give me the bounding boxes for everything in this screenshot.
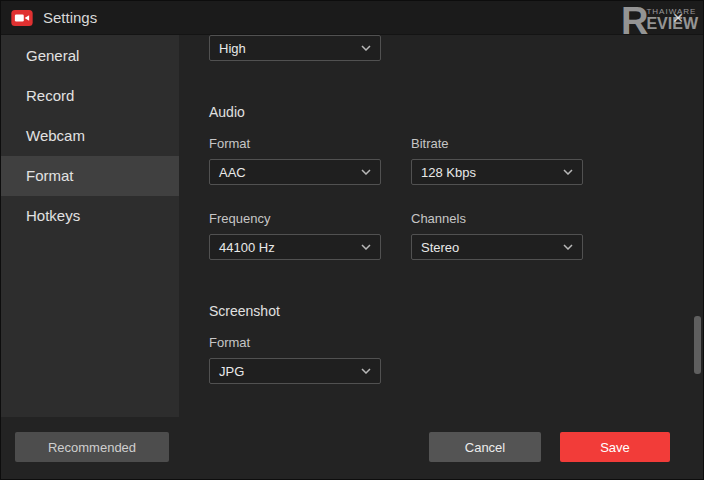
screenshot-format-dropdown[interactable]: JPG (209, 358, 381, 384)
audio-frequency-value: 44100 Hz (219, 240, 275, 255)
audio-section-title: Audio (209, 104, 245, 120)
chevron-down-icon (361, 169, 371, 175)
audio-channels-dropdown[interactable]: Stereo (411, 234, 583, 260)
chevron-down-icon (563, 244, 573, 250)
titlebar: Settings ✕ (1, 1, 703, 35)
cancel-button[interactable]: Cancel (429, 432, 541, 462)
quality-dropdown[interactable]: High (209, 35, 381, 61)
audio-bitrate-dropdown[interactable]: 128 Kbps (411, 159, 583, 185)
sidebar-item-general[interactable]: General (1, 36, 179, 76)
settings-content: High Audio Format AAC Bitrate 128 Kbps F… (179, 35, 703, 417)
sidebar: General Record Webcam Format Hotkeys (1, 35, 179, 417)
chevron-down-icon (361, 368, 371, 374)
save-button[interactable]: Save (560, 432, 670, 462)
footer-bar: Recommended Cancel Save (1, 417, 703, 479)
audio-format-label: Format (209, 136, 250, 151)
chevron-down-icon (563, 169, 573, 175)
sidebar-item-hotkeys[interactable]: Hotkeys (1, 196, 179, 236)
audio-channels-value: Stereo (421, 240, 459, 255)
audio-format-value: AAC (219, 165, 246, 180)
audio-format-dropdown[interactable]: AAC (209, 159, 381, 185)
scrollbar-thumb[interactable] (694, 316, 701, 374)
app-camera-icon (11, 10, 33, 26)
audio-channels-label: Channels (411, 211, 466, 226)
chevron-down-icon (361, 45, 371, 51)
chevron-down-icon (361, 244, 371, 250)
audio-frequency-label: Frequency (209, 211, 270, 226)
audio-bitrate-value: 128 Kbps (421, 165, 476, 180)
audio-frequency-dropdown[interactable]: 44100 Hz (209, 234, 381, 260)
settings-window: { "titlebar": { "title": "Settings", "cl… (0, 0, 704, 480)
sidebar-item-format[interactable]: Format (1, 156, 179, 196)
sidebar-item-webcam[interactable]: Webcam (1, 116, 179, 156)
screenshot-format-label: Format (209, 335, 250, 350)
sidebar-item-record[interactable]: Record (1, 76, 179, 116)
screenshot-format-value: JPG (219, 364, 244, 379)
recommended-button[interactable]: Recommended (15, 432, 169, 462)
audio-bitrate-label: Bitrate (411, 136, 449, 151)
screenshot-section-title: Screenshot (209, 303, 280, 319)
window-title: Settings (43, 9, 97, 26)
close-icon[interactable]: ✕ (663, 1, 693, 35)
quality-dropdown-value: High (219, 41, 246, 56)
